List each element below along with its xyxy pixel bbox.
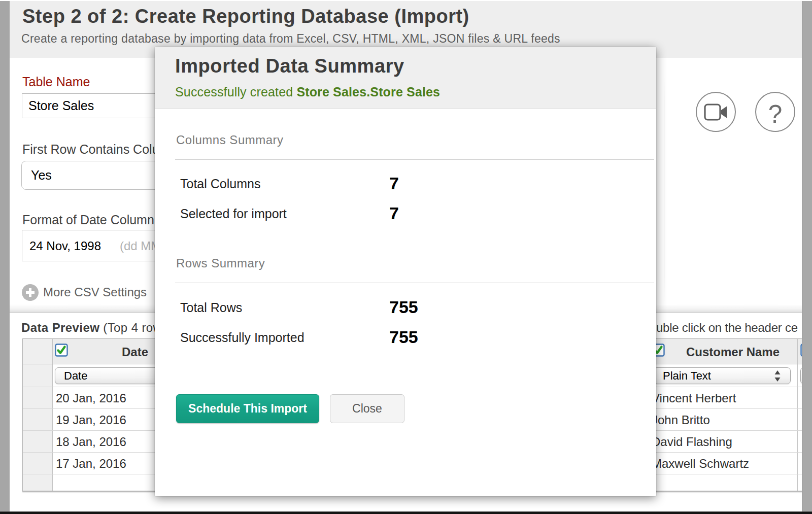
window-chrome-bottom xyxy=(0,511,812,514)
date-cell-1: 20 Jan, 2016 xyxy=(56,391,126,405)
modal-header: Imported Data Summary Successfully creat… xyxy=(155,47,656,109)
date-cell-3: 18 Jan, 2016 xyxy=(56,435,126,449)
total-rows-label: Total Rows xyxy=(180,300,242,315)
plus-icon xyxy=(22,284,39,301)
video-help-button[interactable] xyxy=(696,92,736,132)
rows-summary-heading: Rows Summary xyxy=(176,256,265,270)
imported-data-summary-modal: Imported Data Summary Successfully creat… xyxy=(155,47,656,496)
selected-for-import-label: Selected for import xyxy=(180,207,287,221)
selected-for-import-value: 7 xyxy=(389,203,399,223)
date-cell-2: 19 Jan, 2016 xyxy=(56,413,126,427)
date-format-value: 24 Nov, 1998 xyxy=(29,239,101,253)
question-mark-icon: ? xyxy=(756,99,794,129)
help-button[interactable]: ? xyxy=(755,92,795,132)
total-columns-value: 7 xyxy=(389,174,399,193)
modal-subtitle-table-name: Store Sales.Store Sales xyxy=(296,85,440,99)
window-chrome-right xyxy=(802,1,812,511)
rows-summary-divider xyxy=(175,283,654,283)
row-number-column xyxy=(23,339,53,491)
data-preview-caption: Data Preview (Top 4 rows xyxy=(21,321,168,335)
total-rows-value: 755 xyxy=(389,297,418,317)
preview-table-customer-column: Customer Name Plain Text Vincent Herbert… xyxy=(650,338,812,492)
data-preview-caption-bold: Data Preview xyxy=(21,321,99,334)
page-subtitle: Create a reporting database by importing… xyxy=(21,32,560,46)
customer-column-header-label: Customer Name xyxy=(686,345,780,359)
page-title: Step 2 of 2: Create Reporting Database (… xyxy=(22,6,469,27)
customer-cell-2: John Britto xyxy=(652,413,710,427)
date-format-label: Format of Date Column xyxy=(22,213,154,227)
modal-subtitle-prefix: Successfully created xyxy=(175,85,296,99)
first-row-label: First Row Contains Colu xyxy=(22,142,159,157)
modal-title: Imported Data Summary xyxy=(175,55,404,77)
date-column-header-label: Date xyxy=(122,345,148,359)
modal-subtitle: Successfully created Store Sales.Store S… xyxy=(175,85,440,99)
customer-column-type-value: Plain Text xyxy=(663,369,711,383)
date-column-checkbox[interactable] xyxy=(55,344,68,357)
checkbox-checked-icon xyxy=(55,344,68,357)
form-panel-right-border xyxy=(664,76,664,302)
total-columns-label: Total Columns xyxy=(180,177,260,191)
successfully-imported-value: 755 xyxy=(389,327,418,347)
customer-cell-4: Maxwell Schwartz xyxy=(652,457,749,471)
table-name-label: Table Name xyxy=(22,75,90,89)
select-stepper-icon xyxy=(774,370,781,382)
customer-cell-1: Vincent Herbert xyxy=(652,391,736,405)
close-button[interactable]: Close xyxy=(330,394,404,423)
date-cell-4: 17 Jan, 2016 xyxy=(56,457,126,471)
date-column-type-value: Date xyxy=(64,369,87,383)
screen: Step 2 of 2: Create Reporting Database (… xyxy=(0,0,812,514)
customer-column-type-select[interactable]: Plain Text xyxy=(654,367,791,384)
window-chrome-left xyxy=(0,1,10,511)
customer-cell-3: David Flashing xyxy=(652,435,732,449)
successfully-imported-label: Successfully Imported xyxy=(180,330,304,345)
video-camera-icon xyxy=(704,104,728,121)
columns-summary-heading: Columns Summary xyxy=(176,133,284,147)
schedule-this-import-button[interactable]: Schedule This Import xyxy=(176,394,319,423)
more-csv-settings-label: More CSV Settings xyxy=(43,285,147,299)
columns-summary-divider xyxy=(175,159,654,160)
first-row-select-value: Yes xyxy=(31,168,52,183)
data-preview-caption-right-fragment: uble click on the header ce xyxy=(656,321,798,335)
